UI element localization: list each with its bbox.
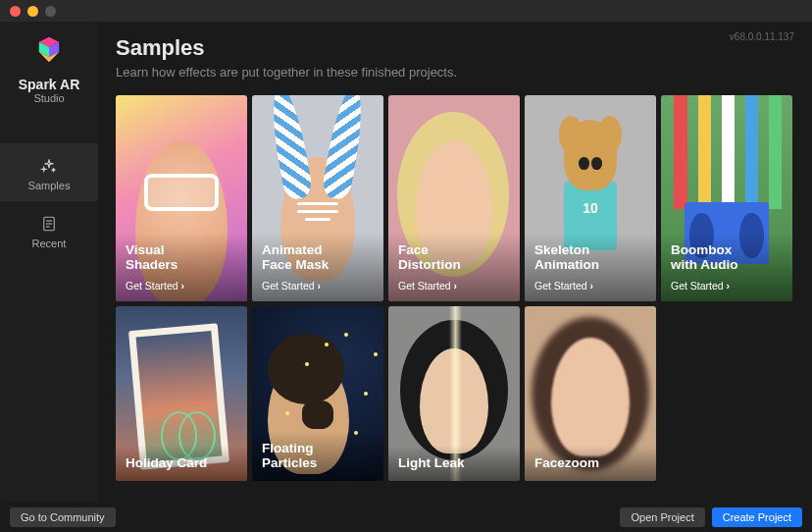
sidebar-item-samples[interactable]: Samples xyxy=(0,143,98,201)
sample-card-visual-shaders[interactable]: VisualShaders Get Started xyxy=(116,95,247,301)
card-cta: Get Started xyxy=(534,280,646,292)
sample-card-holiday-card[interactable]: Holiday Card xyxy=(116,306,247,481)
document-icon xyxy=(40,215,58,233)
sample-card-face-distortion[interactable]: FaceDistortion Get Started xyxy=(388,95,520,301)
card-title: SkeletonAnimation xyxy=(534,242,646,273)
card-title: FloatingParticles xyxy=(262,441,374,471)
sidebar-item-label: Recent xyxy=(0,238,98,249)
create-project-button[interactable]: Create Project xyxy=(712,507,802,527)
card-title: Holiday Card xyxy=(126,455,237,471)
card-cta: Get Started xyxy=(262,280,374,292)
page-subtitle: Learn how effects are put together in th… xyxy=(116,65,792,80)
card-title: FaceDistortion xyxy=(398,242,510,273)
bottom-bar: Go to Community Open Project Create Proj… xyxy=(0,503,812,532)
card-cta: Get Started xyxy=(126,280,237,292)
maximize-window-button[interactable] xyxy=(45,6,56,17)
card-cta: Get Started xyxy=(398,280,510,292)
card-title: Boomboxwith Audio xyxy=(671,242,783,273)
brand-name: Spark AR xyxy=(19,77,80,92)
card-title: Light Leak xyxy=(398,455,510,471)
sample-card-light-leak[interactable]: Light Leak xyxy=(388,306,520,481)
page-title: Samples xyxy=(116,35,792,61)
close-window-button[interactable] xyxy=(10,6,21,17)
samples-grid: VisualShaders Get Started AnimatedF xyxy=(116,95,792,481)
sample-card-boombox-audio[interactable]: Boomboxwith Audio Get Started xyxy=(661,95,792,301)
spark-ar-logo-icon xyxy=(32,35,66,69)
titlebar xyxy=(0,0,812,22)
card-cta: Get Started xyxy=(671,280,783,292)
card-title: VisualShaders xyxy=(126,242,237,273)
sample-card-floating-particles[interactable]: FloatingParticles xyxy=(252,306,383,481)
sample-card-facezoom[interactable]: Facezoom xyxy=(525,306,656,481)
main-content: v68.0.0.11.137 Samples Learn how effects… xyxy=(98,22,812,503)
sample-card-skeleton-animation[interactable]: 10 SkeletonAnimation Get Started xyxy=(525,95,656,301)
card-title: Facezoom xyxy=(534,455,646,471)
brand-subtitle: Studio xyxy=(33,92,64,104)
open-project-button[interactable]: Open Project xyxy=(620,507,704,527)
sidebar: Spark AR Studio Samples Recent xyxy=(0,22,98,503)
sidebar-item-label: Samples xyxy=(0,180,98,191)
go-to-community-button[interactable]: Go to Community xyxy=(10,507,116,527)
minimize-window-button[interactable] xyxy=(27,6,38,17)
sidebar-item-recent[interactable]: Recent xyxy=(0,201,98,259)
sparkle-icon xyxy=(40,157,58,175)
version-label: v68.0.0.11.137 xyxy=(730,31,794,42)
card-title: AnimatedFace Mask xyxy=(262,242,374,273)
sample-card-animated-face-mask[interactable]: AnimatedFace Mask Get Started xyxy=(252,95,383,301)
